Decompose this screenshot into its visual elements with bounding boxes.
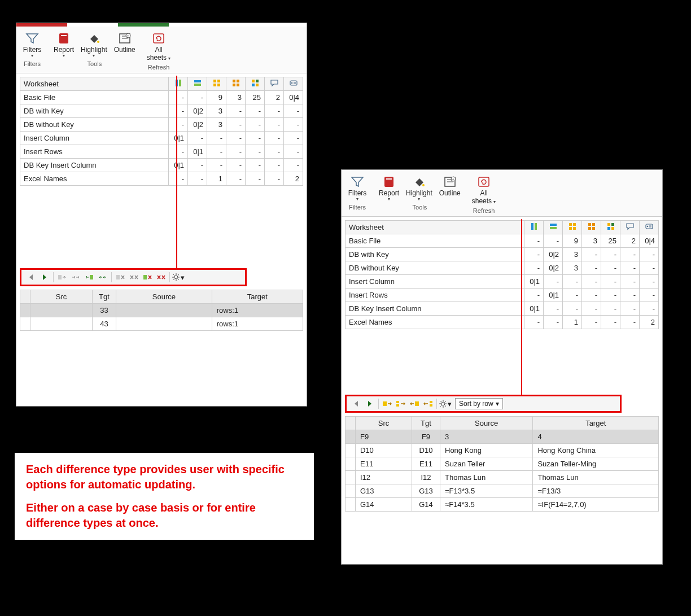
table-row[interactable]: E11E11Suzan TellerSuzan Teller-Ming bbox=[346, 457, 659, 471]
cell-tgt: D10 bbox=[412, 444, 440, 457]
col-diff-cells2-icon[interactable] bbox=[582, 221, 601, 234]
col-target[interactable]: Target bbox=[533, 417, 659, 430]
cell-val: - bbox=[246, 145, 265, 159]
table-row[interactable]: G13G13=F13*3.5=F13/3 bbox=[346, 484, 659, 498]
difference-detail-table[interactable]: Src Tgt Source Target F9F934D10D10Hong K… bbox=[345, 416, 659, 512]
table-row[interactable]: I12I12Thomas LunThomas Lun bbox=[346, 471, 659, 484]
table-row[interactable]: DB with Key-0|23---- bbox=[346, 248, 659, 261]
col-target[interactable]: Target bbox=[212, 290, 303, 304]
col-diff-columns-icon[interactable] bbox=[169, 77, 188, 91]
cell-target: rows:1 bbox=[212, 317, 303, 331]
report-button[interactable]: Report▾ bbox=[375, 173, 403, 203]
copy-right-all-button[interactable] bbox=[69, 272, 82, 283]
filters-button[interactable]: Filters ▾ bbox=[344, 173, 371, 203]
copy-right-button[interactable] bbox=[56, 272, 68, 283]
prev-diff-button[interactable] bbox=[25, 272, 37, 283]
highlight-button[interactable]: Highlight ▾ bbox=[77, 30, 111, 59]
col-tgt[interactable]: Tgt bbox=[412, 417, 440, 430]
col-comments-icon[interactable] bbox=[620, 221, 640, 234]
cell-target: Suzan Teller-Ming bbox=[533, 457, 659, 471]
delete-red-all-button[interactable] bbox=[155, 272, 167, 283]
table-row[interactable]: Insert Rows-0|1----- bbox=[346, 289, 659, 302]
delete-gray-button[interactable] bbox=[114, 272, 126, 283]
cell-val: - bbox=[563, 275, 582, 289]
worksheet-summary-table[interactable]: Worksheet Basic File--932520|4DB with Ke… bbox=[345, 220, 659, 329]
outline-button[interactable]: + Outline bbox=[111, 30, 139, 59]
table-row[interactable]: Excel Names--1---2 bbox=[20, 172, 303, 186]
sort-dropdown[interactable]: Sort by row▾ bbox=[455, 398, 503, 409]
col-diff-cells1-icon[interactable] bbox=[207, 77, 226, 91]
cell-target: =F13/3 bbox=[533, 484, 659, 498]
outline-button[interactable]: +Outline bbox=[436, 173, 464, 203]
refresh-all-button[interactable]: All sheets ▾ bbox=[143, 30, 174, 63]
col-diff-rows-icon[interactable] bbox=[188, 77, 207, 91]
cell-val: - bbox=[544, 316, 563, 329]
table-row[interactable]: Basic File--932520|4 bbox=[20, 91, 303, 104]
delete-red-button[interactable] bbox=[141, 272, 154, 283]
filters-button[interactable]: Filters ▾ bbox=[19, 30, 46, 59]
table-row[interactable]: DB with Key-0|23---- bbox=[20, 104, 303, 118]
table-row[interactable]: F9F934 bbox=[346, 430, 659, 444]
col-src[interactable]: Src bbox=[30, 290, 93, 304]
cell-val: - bbox=[582, 289, 601, 302]
svg-rect-32 bbox=[143, 275, 147, 279]
table-row[interactable]: G14G14≈F14*3.5≈IF(F14=2,7,0) bbox=[346, 498, 659, 512]
delete-gray-all-button[interactable] bbox=[128, 272, 140, 283]
action-toolbar-highlight: ▾ Sort by row▾ bbox=[345, 395, 622, 413]
cell-val: - bbox=[601, 302, 620, 316]
col-diff-cells3-icon[interactable] bbox=[601, 221, 620, 234]
table-row[interactable]: DB without Key-0|23---- bbox=[346, 261, 659, 275]
table-row[interactable]: Insert Column0|1------ bbox=[346, 275, 659, 289]
svg-rect-42 bbox=[384, 177, 393, 187]
cell-val: - bbox=[640, 261, 659, 275]
table-row[interactable]: 43rows:1 bbox=[20, 317, 303, 331]
table-row[interactable]: Insert Column0|1------ bbox=[20, 132, 303, 145]
copy-left-cell-button[interactable] bbox=[408, 398, 421, 409]
svg-rect-60 bbox=[592, 223, 595, 226]
col-comments-icon[interactable] bbox=[265, 77, 284, 91]
col-diff-cells1-icon[interactable] bbox=[563, 221, 582, 234]
table-row[interactable]: D10D10Hong KongHong Kong China bbox=[346, 444, 659, 457]
table-row[interactable]: 33rows:1 bbox=[20, 304, 303, 317]
copy-left-cell-all-button[interactable] bbox=[422, 398, 434, 409]
settings-button[interactable]: ▾ bbox=[172, 272, 185, 283]
copy-right-cell-button[interactable] bbox=[381, 398, 393, 409]
copy-left-button[interactable] bbox=[83, 272, 95, 283]
table-row[interactable]: Excel Names--1---2 bbox=[346, 316, 659, 329]
col-src[interactable]: Src bbox=[356, 417, 412, 430]
table-row[interactable]: DB Key Insert Column0|1------ bbox=[346, 302, 659, 316]
col-source[interactable]: Source bbox=[116, 290, 212, 304]
cell-val: - bbox=[284, 132, 303, 145]
refresh-all-button[interactable]: Allsheets ▾ bbox=[469, 173, 500, 206]
cell-val: - bbox=[226, 104, 246, 118]
difference-detail-table[interactable]: Src Tgt Source Target 33rows:143rows:1 bbox=[20, 290, 303, 331]
col-diff-columns-icon[interactable] bbox=[524, 221, 544, 234]
col-names-icon[interactable] bbox=[640, 221, 659, 234]
copy-right-cell-all-button[interactable] bbox=[395, 398, 407, 409]
copy-left-all-button[interactable] bbox=[97, 272, 109, 283]
col-diff-cells2-icon[interactable] bbox=[226, 77, 246, 91]
highlight-button[interactable]: Highlight▾ bbox=[403, 173, 436, 203]
cell-target: Thomas Lun bbox=[533, 471, 659, 484]
col-names-icon[interactable] bbox=[284, 77, 303, 91]
col-worksheet[interactable]: Worksheet bbox=[346, 221, 524, 234]
prev-diff-button[interactable] bbox=[350, 398, 362, 409]
next-diff-button[interactable] bbox=[364, 398, 376, 409]
table-row[interactable]: DB Key Insert Column0|1------ bbox=[20, 159, 303, 172]
col-tgt[interactable]: Tgt bbox=[93, 290, 116, 304]
next-diff-button[interactable] bbox=[38, 272, 51, 283]
ribbon: Filters ▾ Filters Report▾ Highlight▾ +Ou… bbox=[342, 170, 662, 217]
cell-val: - bbox=[226, 145, 246, 159]
table-row[interactable]: Basic File--932520|4 bbox=[346, 234, 659, 248]
report-button[interactable]: Report ▾ bbox=[50, 30, 77, 59]
table-row[interactable]: Insert Rows-0|1----- bbox=[20, 145, 303, 159]
col-source[interactable]: Source bbox=[440, 417, 533, 430]
worksheet-summary-table[interactable]: Worksheet Basic File--932520|4DB with Ke… bbox=[20, 77, 303, 186]
cell-tgt: G13 bbox=[412, 484, 440, 498]
table-row[interactable]: DB without Key-0|23---- bbox=[20, 118, 303, 132]
col-diff-cells3-icon[interactable] bbox=[246, 77, 265, 91]
col-worksheet[interactable]: Worksheet bbox=[20, 77, 169, 91]
cell-val: 3 bbox=[563, 248, 582, 261]
settings-button[interactable]: ▾ bbox=[439, 398, 452, 409]
col-diff-rows-icon[interactable] bbox=[544, 221, 563, 234]
